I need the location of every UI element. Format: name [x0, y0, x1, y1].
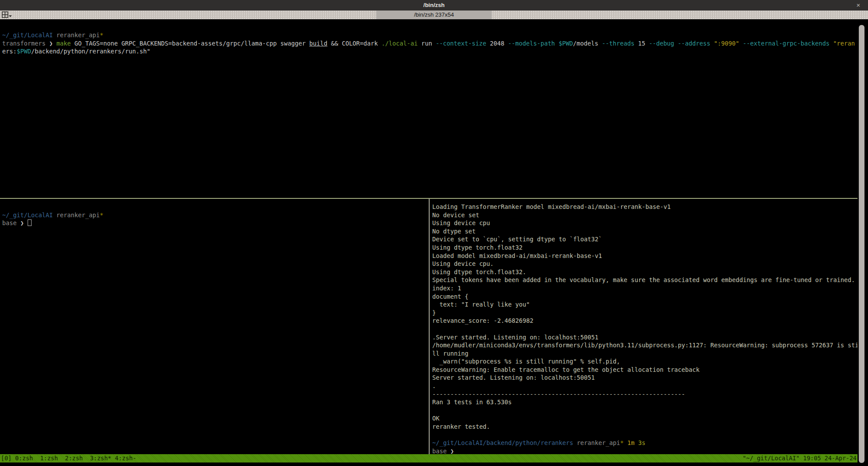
terminal-text: } [432, 309, 436, 316]
terminal-text: Ran 3 tests in 63.530s [432, 399, 512, 406]
terminal-line: OK [432, 414, 858, 423]
terminal-text: --external-grpc-backends [743, 40, 829, 47]
terminal-text: reranker_api [53, 32, 100, 39]
terminal-text: --address [678, 40, 710, 47]
terminal-line: reranker tested. [432, 423, 858, 431]
terminal-text [674, 40, 678, 47]
terminal-text: ll running [432, 350, 468, 357]
tmux-pane-bottom-right[interactable]: Loading TransformerRanker model mixedbre… [432, 199, 858, 454]
terminal-text: No dtype set [432, 228, 476, 235]
terminal-text: Loading TransformerRanker model mixedbre… [432, 203, 671, 210]
terminal-line: Loaded model mixedbread-ai/mxbai-rerank-… [432, 252, 858, 260]
terminal-line: Using dtype torch.float32. [432, 268, 858, 276]
terminal-line: relevance_score: -2.46826982 [432, 317, 858, 325]
tmux-status-right: "~/_git/LocalAI" 19:05 24-Apr-24 [743, 454, 857, 462]
terminal-text: . [432, 382, 436, 389]
terminal-text: build [309, 40, 327, 47]
terminal-line: Device set to `cpu`, setting dtype to `f… [432, 235, 858, 244]
terminal-line: ResourceWarning: Enable tracemalloc to g… [432, 366, 858, 374]
window-title: /bin/zsh [423, 2, 445, 8]
terminal-text: _warn("subprocess %s is still running" %… [432, 358, 620, 365]
text-cursor [28, 219, 32, 226]
terminal-line: Using dtype torch.float32 [432, 244, 858, 252]
terminal-text: 3s [638, 439, 645, 446]
scrollbar-track[interactable] [857, 19, 868, 466]
terminal-text [710, 40, 714, 47]
terminal-text: $PWD [17, 48, 31, 55]
terminal-window: { "window": { "title": "/bin/zsh", "clos… [0, 0, 868, 466]
terminal-text: && COLOR=dark [327, 40, 382, 47]
terminal-text: Using device cpu [432, 219, 490, 226]
terminal-line: .Server started. Listening on: localhost… [432, 333, 858, 342]
terminal-text: make [57, 40, 71, 47]
terminal-text: Using dtype torch.float32 [432, 244, 523, 251]
terminal-text: Device set to `cpu`, setting dtype to `f… [432, 236, 602, 243]
close-icon[interactable]: × [854, 0, 863, 11]
terminal-line: ll running [432, 350, 858, 358]
terminal-line: } [432, 309, 858, 317]
terminal-line: Server started. Listening on: localhost:… [432, 374, 858, 382]
terminal-text: --models-path [508, 40, 555, 47]
tab-label: /bin/zsh 237x54 [376, 11, 491, 19]
terminal-text: ers: [2, 48, 17, 55]
terminal-text: ----------------------------------------… [432, 391, 685, 398]
tmux-status-bar: [0] 0:zsh 1:zsh 2:zsh 3:zsh* 4:zsh- "~/_… [0, 454, 857, 462]
terminal-text: index: 1 [432, 285, 461, 292]
terminal-text: .Server started. Listening on: localhost… [432, 334, 598, 341]
terminal-text: /backend/python/rerankers/run.sh" [31, 48, 150, 55]
terminal-line [432, 325, 858, 333]
terminal-text: relevance_score: -2.46826982 [432, 317, 534, 324]
terminal-line: . [432, 382, 858, 390]
terminal-text: ~/_git/LocalAI [2, 212, 53, 219]
window-menu-icon[interactable] [2, 11, 12, 18]
terminal-text: ./local-ai [381, 40, 417, 47]
terminal-text: text: "I really like you" [432, 301, 530, 308]
terminal-text: Using dtype torch.float32. [432, 268, 526, 275]
terminal-text: OK [432, 415, 439, 422]
terminal-line: Special tokens have been added in the vo… [432, 276, 858, 284]
terminal-line: base ❯ [2, 219, 428, 227]
tmux-window-list[interactable]: [0] 0:zsh 1:zsh 2:zsh 3:zsh* 4:zsh- [1, 454, 136, 462]
terminal-text: $PWD [559, 40, 573, 47]
terminal-text: ~/_git/LocalAI/backend/python/rerankers [432, 439, 573, 446]
terminal-line: Using device cpu [432, 219, 858, 227]
terminal-line: ----------------------------------------… [432, 390, 858, 399]
terminal-text: 15 [634, 40, 649, 47]
terminal-line: Ran 3 tests in 63.530s [432, 398, 858, 406]
terminal-text: --threads [602, 40, 634, 47]
terminal-line: text: "I really like you" [432, 300, 858, 309]
terminal-text [635, 439, 638, 446]
terminal-line [432, 431, 858, 439]
terminal-line [432, 406, 858, 415]
terminal-text: "rerank [833, 40, 856, 47]
terminal-text: * [100, 32, 103, 39]
terminal-text: reranker_api [573, 439, 620, 446]
tmux-pane-bottom-left[interactable]: ~/_git/LocalAI reranker_api*base ❯ [0, 199, 428, 454]
terminal-line: _warn("subprocess %s is still running" %… [432, 357, 858, 366]
terminal-line [2, 203, 428, 211]
terminal-text: GO_TAGS=none GRPC_BACKENDS=backend-asset… [71, 40, 309, 47]
terminal-line: /home/mudler/miniconda3/envs/transformer… [432, 341, 858, 350]
terminal-text: base [432, 448, 450, 454]
terminal-line: transformers ❯ make GO_TAGS=none GRPC_BA… [2, 39, 855, 48]
terminal-text: 1m [627, 439, 634, 446]
tmux-pane-top[interactable]: ~/_git/LocalAI reranker_api*transformers… [0, 19, 855, 198]
scrollbar-thumb[interactable] [859, 25, 864, 463]
terminal-text: document { [432, 293, 468, 300]
terminal-text: base [2, 219, 20, 226]
terminal-text: * [620, 439, 624, 446]
terminal-line: index: 1 [432, 284, 858, 293]
terminal-text: --context-size [436, 40, 486, 47]
terminal-text: reranker tested. [432, 423, 490, 430]
terminal-text: Loaded model mixedbread-ai/mxbai-rerank-… [432, 252, 602, 259]
titlebar: /bin/zsh × [0, 0, 868, 11]
terminal-screen: ~/_git/LocalAI reranker_api*transformers… [0, 19, 868, 466]
terminal-line: ~/_git/LocalAI/backend/python/rerankers … [432, 439, 858, 447]
tmux-vertical-divider[interactable] [429, 199, 430, 454]
terminal-line: No device set [432, 211, 858, 219]
terminal-text: ❯ [450, 448, 454, 454]
terminal-text: /models [573, 40, 602, 47]
terminal-line: Loading TransformerRanker model mixedbre… [432, 203, 858, 211]
tab-bar: /bin/zsh 237x54 [0, 11, 868, 19]
terminal-text: ResourceWarning: Enable tracemalloc to g… [432, 366, 700, 373]
